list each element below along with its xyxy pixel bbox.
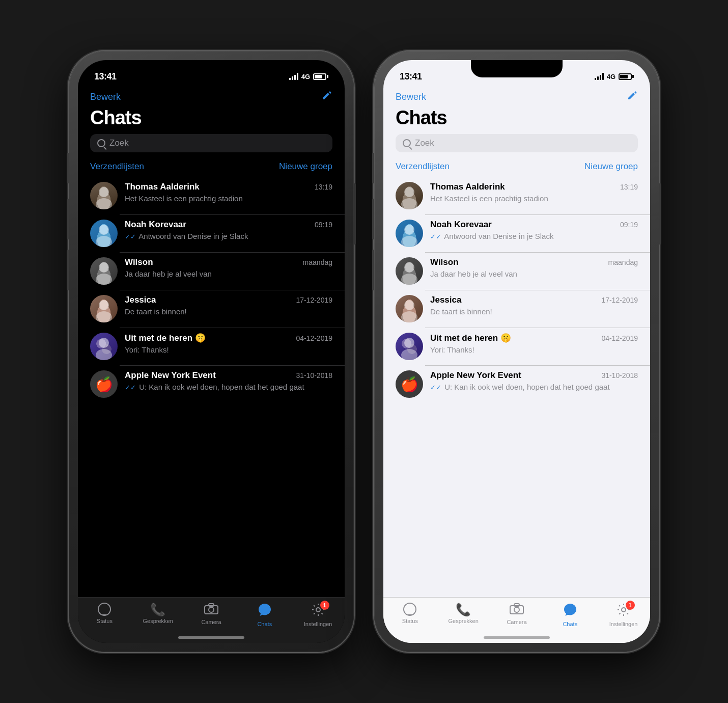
tab-icon-camera [510,603,524,617]
chat-item[interactable]: Thomas Aalderink13:19Het Kasteel is een … [78,177,345,214]
tab-icon-settings: 1 [617,603,631,619]
edit-button[interactable]: Bewerk [90,92,121,102]
tab-camera[interactable]: Camera [501,603,532,625]
phone-dark: 13:41 4G Bewerk Chats Zoek Verzendlijste… [69,51,354,652]
status-icons: 4G [289,73,328,80]
chat-name: Uit met de heren 🤫 [430,333,511,343]
new-group-link[interactable]: Nieuwe groep [584,161,638,172]
chat-time: 04-12-2019 [296,334,332,342]
chat-time: maandag [303,258,332,266]
chat-preview: ✓✓ U: Kan ik ook wel doen, hopen dat het… [125,382,332,392]
compose-button[interactable] [321,90,332,104]
chats-icon [563,603,577,617]
chat-preview: Yori: Thanks! [430,345,638,355]
chat-time: 31-10-2018 [601,371,638,380]
tab-label: Chats [563,621,577,627]
tab-chats[interactable]: Chats [249,603,280,627]
checkmarks: ✓✓ [430,384,441,391]
page-title: Chats [78,104,345,134]
chat-info: Thomas Aalderink13:19Het Kasteel is een … [430,182,638,204]
chat-name: Jessica [125,295,156,305]
phone-icon: 📞 [150,603,165,616]
tab-label: Status [402,618,418,624]
chat-time: 31-10-2018 [296,371,332,380]
avatar: 🍎 [396,370,423,398]
svg-point-25 [514,607,519,612]
svg-point-14 [404,187,414,197]
chat-item[interactable]: Noah Korevaar09:19✓✓ Antwoord van Denise… [383,214,650,252]
chat-item[interactable]: Uit met de heren 🤫04-12-2019Yori: Thanks… [383,328,650,365]
avatar [90,333,118,360]
chat-item[interactable]: Uit met de heren 🤫04-12-2019Yori: Thanks… [78,328,345,365]
notification-badge: 1 [320,601,329,610]
chat-time: 17-12-2019 [296,296,332,304]
chat-item[interactable]: Thomas Aalderink13:19Het Kasteel is een … [383,177,650,214]
tab-icon-chats [563,603,577,619]
chat-info: WilsonmaandagJa daar heb je al veel van [125,257,332,279]
tab-chats[interactable]: Chats [555,603,585,627]
status-icon [98,603,111,616]
chat-item[interactable]: WilsonmaandagJa daar heb je al veel van [383,252,650,290]
tab-icon-settings: 1 [311,603,325,619]
avatar [90,220,118,247]
broadcast-lists-link[interactable]: Verzendlijsten [396,161,450,172]
tab-instellingen[interactable]: 1Instellingen [608,603,639,627]
svg-point-5 [96,274,112,285]
new-group-link[interactable]: Nieuwe groep [279,161,332,172]
chat-preview: Ja daar heb je al veel van [125,269,332,279]
tab-icon-status [98,603,111,616]
svg-point-27 [622,608,626,612]
search-bar[interactable]: Zoek [90,134,332,152]
tab-instellingen[interactable]: 1Instellingen [303,603,333,627]
chat-time: 13:19 [620,183,638,191]
home-indicator [484,636,550,639]
chat-name: Noah Korevaar [430,220,492,230]
checkmarks: ✓✓ [125,233,136,240]
chat-item[interactable]: 🍎Apple New York Event31-10-2018✓✓ U: Kan… [78,365,345,403]
lists-row: Verzendlijsten Nieuwe groep [78,159,345,177]
chat-item[interactable]: Jessica17-12-2019De taart is binnen! [383,290,650,328]
chat-preview: Ja daar heb je al veel van [430,269,638,279]
svg-point-4 [99,262,109,273]
chat-time: 13:19 [315,183,332,191]
apple-logo: 🍎 [95,376,113,393]
checkmarks: ✓✓ [430,233,441,240]
svg-point-2 [99,225,109,235]
chat-preview: De taart is binnen! [125,307,332,317]
search-bar[interactable]: Zoek [396,134,638,152]
tab-gesprekken[interactable]: 📞Gesprekken [448,603,479,624]
compose-button[interactable] [627,90,638,104]
notification-badge: 1 [626,601,635,610]
svg-point-20 [404,300,414,310]
chat-name: Wilson [430,257,459,267]
broadcast-lists-link[interactable]: Verzendlijsten [90,161,144,172]
chat-preview: ✓✓ Antwoord van Denise in je Slack [125,231,332,241]
chat-item[interactable]: Noah Korevaar09:19✓✓ Antwoord van Denise… [78,214,345,252]
chat-item[interactable]: WilsonmaandagJa daar heb je al veel van [78,252,345,290]
chat-item[interactable]: Jessica17-12-2019De taart is binnen! [78,290,345,328]
chat-item[interactable]: 🍎Apple New York Event31-10-2018✓✓ U: Kan… [383,365,650,403]
tab-label: Chats [257,621,272,627]
chat-info: Jessica17-12-2019De taart is binnen! [125,295,332,317]
svg-point-13 [316,608,320,612]
avatar [396,333,423,360]
avatar [396,182,423,209]
chat-preview: ✓✓ U: Kan ik ook wel doen, hopen dat het… [430,382,638,392]
tab-status[interactable]: Status [89,603,120,624]
tab-label: Gesprekken [449,618,479,624]
chat-preview: De taart is binnen! [430,307,638,317]
chat-info: WilsonmaandagJa daar heb je al veel van [430,257,638,279]
tab-camera[interactable]: Camera [196,603,227,625]
edit-button[interactable]: Bewerk [396,92,426,102]
tab-icon-status [403,603,416,616]
tab-label: Gesprekken [143,618,173,624]
tab-gesprekken[interactable]: 📞Gesprekken [143,603,173,624]
camera-icon [204,603,218,615]
tab-label: Instellingen [609,621,638,627]
svg-rect-26 [514,604,519,606]
chat-name: Jessica [430,295,461,305]
apple-logo: 🍎 [401,376,418,393]
chat-info: Noah Korevaar09:19✓✓ Antwoord van Denise… [430,220,638,241]
svg-point-21 [401,311,417,322]
tab-status[interactable]: Status [395,603,425,624]
